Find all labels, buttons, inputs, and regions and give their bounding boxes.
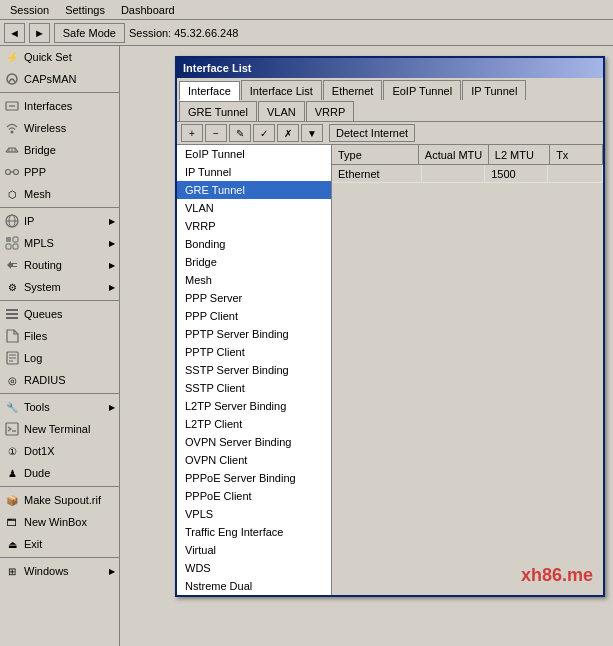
cell-tx <box>548 165 603 182</box>
dropdown-item-pptp-client[interactable]: PPTP Client <box>177 343 331 361</box>
window-body: EoIP Tunnel IP Tunnel GRE Tunnel VLAN VR… <box>177 145 603 595</box>
dropdown-item-nstreme-dual[interactable]: Nstreme Dual <box>177 577 331 595</box>
sidebar-item-ip[interactable]: IP ▶ <box>0 210 119 232</box>
dropdown-item-vpls[interactable]: VPLS <box>177 505 331 523</box>
menu-settings[interactable]: Settings <box>57 2 113 18</box>
remove-button[interactable]: − <box>205 124 227 142</box>
sidebar-item-queues[interactable]: Queues <box>0 303 119 325</box>
dropdown-item-wds[interactable]: WDS <box>177 559 331 577</box>
cell-actual-mtu <box>422 165 485 182</box>
dropdown-item-ovpn-client[interactable]: OVPN Client <box>177 451 331 469</box>
dropdown-item-ppp-server[interactable]: PPP Server <box>177 289 331 307</box>
sidebar-item-wireless[interactable]: Wireless <box>0 117 119 139</box>
sidebar-item-exit[interactable]: ⏏ Exit <box>0 533 119 555</box>
tab-interface[interactable]: Interface <box>179 81 240 101</box>
dude-icon: ♟ <box>4 465 20 481</box>
sidebar-item-dot1x[interactable]: ① Dot1X <box>0 440 119 462</box>
svg-point-9 <box>14 170 19 175</box>
sidebar-item-new-terminal[interactable]: New Terminal <box>0 418 119 440</box>
dropdown-item-sstp-server-bind[interactable]: SSTP Server Binding <box>177 361 331 379</box>
dropdown-item-pppoe-server-bind[interactable]: PPPoE Server Binding <box>177 469 331 487</box>
cell-l2-mtu: 1500 <box>485 165 548 182</box>
sidebar-item-new-winbox[interactable]: 🗔 New WinBox <box>0 511 119 533</box>
svg-rect-16 <box>6 244 11 249</box>
sidebar-label-radius: RADIUS <box>24 374 115 386</box>
table-row[interactable]: Ethernet 1500 <box>332 165 603 183</box>
sidebar-item-make-supout[interactable]: 📦 Make Supout.rif <box>0 489 119 511</box>
sidebar-item-capsman[interactable]: CAPsMAN <box>0 68 119 90</box>
sidebar-item-ppp[interactable]: PPP <box>0 161 119 183</box>
tab-vrrp[interactable]: VRRP <box>306 101 355 121</box>
dropdown-item-vlan[interactable]: VLAN <box>177 199 331 217</box>
sidebar: ⚡ Quick Set CAPsMAN Interfaces Wireless <box>0 46 120 646</box>
menu-session[interactable]: Session <box>2 2 57 18</box>
ip-icon <box>4 213 20 229</box>
lightning-icon: ⚡ <box>4 49 20 65</box>
sidebar-item-tools[interactable]: 🔧 Tools ▶ <box>0 396 119 418</box>
edit-button[interactable]: ✎ <box>229 124 251 142</box>
safe-mode-button[interactable]: Safe Mode <box>54 23 125 43</box>
sidebar-item-dude[interactable]: ♟ Dude <box>0 462 119 484</box>
tabs-bar: Interface Interface List Ethernet EoIP T… <box>177 78 603 122</box>
dropdown-item-vrrp[interactable]: VRRP <box>177 217 331 235</box>
dropdown-item-traffic-eng[interactable]: Traffic Eng Interface <box>177 523 331 541</box>
filter-button[interactable]: ▼ <box>301 124 323 142</box>
mesh-icon: ⬡ <box>4 186 20 202</box>
queues-icon <box>4 306 20 322</box>
dropdown-item-eoip-tunnel[interactable]: EoIP Tunnel <box>177 145 331 163</box>
sidebar-item-mpls[interactable]: MPLS ▶ <box>0 232 119 254</box>
enable-button[interactable]: ✓ <box>253 124 275 142</box>
dropdown-item-ppp-client[interactable]: PPP Client <box>177 307 331 325</box>
dropdown-item-mesh[interactable]: Mesh <box>177 271 331 289</box>
dropdown-item-ip-tunnel[interactable]: IP Tunnel <box>177 163 331 181</box>
sidebar-label-ppp: PPP <box>24 166 115 178</box>
tab-ip-tunnel[interactable]: IP Tunnel <box>462 80 526 100</box>
sidebar-label-windows: Windows <box>24 565 105 577</box>
tab-vlan[interactable]: VLAN <box>258 101 305 121</box>
dropdown-item-pptp-server-bind[interactable]: PPTP Server Binding <box>177 325 331 343</box>
dropdown-item-pppoe-client[interactable]: PPPoE Client <box>177 487 331 505</box>
sidebar-item-mesh[interactable]: ⬡ Mesh <box>0 183 119 205</box>
add-button[interactable]: + <box>181 124 203 142</box>
dropdown-item-sstp-client[interactable]: SSTP Client <box>177 379 331 397</box>
dropdown-item-l2tp-client[interactable]: L2TP Client <box>177 415 331 433</box>
sidebar-label-tools: Tools <box>24 401 105 413</box>
dropdown-item-gre-tunnel[interactable]: GRE Tunnel <box>177 181 331 199</box>
sidebar-label-exit: Exit <box>24 538 115 550</box>
dropdown-item-bonding[interactable]: Bonding <box>177 235 331 253</box>
detect-internet-button[interactable]: Detect Internet <box>329 124 415 142</box>
sidebar-label-interfaces: Interfaces <box>24 100 115 112</box>
tab-gre-tunnel[interactable]: GRE Tunnel <box>179 101 257 121</box>
bridge-icon <box>4 142 20 158</box>
sidebar-label-ip: IP <box>24 215 105 227</box>
log-icon <box>4 350 20 366</box>
sidebar-item-system[interactable]: ⚙ System ▶ <box>0 276 119 298</box>
sidebar-item-interfaces[interactable]: Interfaces <box>0 95 119 117</box>
sidebar-label-system: System <box>24 281 105 293</box>
sidebar-label-new-winbox: New WinBox <box>24 516 115 528</box>
disable-button[interactable]: ✗ <box>277 124 299 142</box>
sidebar-item-log[interactable]: Log <box>0 347 119 369</box>
menubar: Session Settings Dashboard <box>0 0 613 20</box>
sidebar-item-files[interactable]: Files <box>0 325 119 347</box>
svg-rect-19 <box>6 313 18 315</box>
dropdown-item-ovpn-server-bind[interactable]: OVPN Server Binding <box>177 433 331 451</box>
sidebar-item-windows[interactable]: ⊞ Windows ▶ <box>0 560 119 582</box>
cell-type: Ethernet <box>332 165 422 182</box>
dropdown-item-l2tp-server-bind[interactable]: L2TP Server Binding <box>177 397 331 415</box>
tab-eoip-tunnel[interactable]: EoIP Tunnel <box>383 80 461 100</box>
svg-rect-18 <box>6 309 18 311</box>
sidebar-item-radius[interactable]: ◎ RADIUS <box>0 369 119 391</box>
forward-button[interactable]: ► <box>29 23 50 43</box>
tab-ethernet[interactable]: Ethernet <box>323 80 383 100</box>
menu-dashboard[interactable]: Dashboard <box>113 2 183 18</box>
tab-interface-list[interactable]: Interface List <box>241 80 322 100</box>
sidebar-item-quick-set[interactable]: ⚡ Quick Set <box>0 46 119 68</box>
dropdown-item-virtual[interactable]: Virtual <box>177 541 331 559</box>
back-button[interactable]: ◄ <box>4 23 25 43</box>
sidebar-item-routing[interactable]: Routing ▶ <box>0 254 119 276</box>
svg-rect-14 <box>6 237 11 242</box>
sidebar-label-new-terminal: New Terminal <box>24 423 115 435</box>
sidebar-item-bridge[interactable]: Bridge <box>0 139 119 161</box>
dropdown-item-bridge[interactable]: Bridge <box>177 253 331 271</box>
